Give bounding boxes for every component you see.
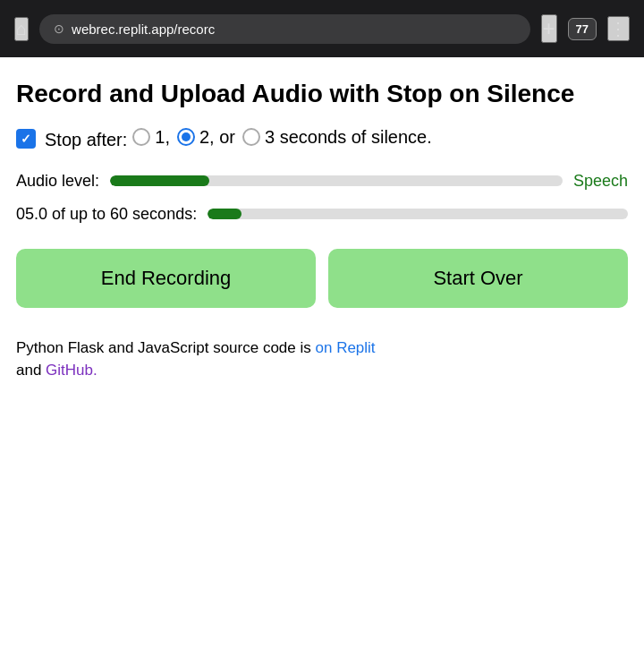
replit-link[interactable]: on Replit [316, 339, 376, 356]
footer-text-before: Python Flask and JavaScript source code … [16, 339, 316, 356]
address-bar[interactable]: ⊙ webrec.replit.app/recorc [39, 14, 530, 44]
radio-3-text: 3 seconds of silence. [265, 127, 432, 148]
radio-1-label[interactable]: 1, [132, 127, 170, 148]
tabs-count-button[interactable]: 77 [568, 18, 597, 40]
audio-level-label: Audio level: [16, 172, 99, 191]
radio-2-button[interactable] [177, 128, 195, 146]
stop-after-checkbox[interactable] [16, 129, 36, 149]
progress-bar [208, 209, 628, 219]
page-title: Record and Upload Audio with Stop on Sil… [16, 79, 628, 109]
audio-status-label: Speech [573, 172, 628, 191]
start-over-button[interactable]: Start Over [328, 249, 628, 308]
radio-1-button[interactable] [132, 128, 150, 146]
new-tab-button[interactable]: + [541, 14, 557, 43]
audio-level-fill [110, 175, 209, 186]
browser-chrome: ⌂ ⊙ webrec.replit.app/recorc + 77 ⋮ [0, 0, 644, 57]
radio-2-inner [182, 132, 191, 141]
browser-menu-button[interactable]: ⋮ [607, 16, 630, 41]
stop-after-checkbox-wrapper [16, 129, 36, 149]
footer-text: Python Flask and JavaScript source code … [16, 337, 628, 382]
progress-label: 05.0 of up to 60 seconds: [16, 205, 197, 224]
radio-2-text: 2, or [199, 127, 235, 148]
security-icon: ⊙ [54, 21, 64, 36]
stop-after-label: Stop after: [45, 127, 127, 152]
radio-3-button[interactable] [242, 128, 260, 146]
radio-3-label[interactable]: 3 seconds of silence. [242, 127, 432, 148]
end-recording-button[interactable]: End Recording [16, 249, 316, 308]
github-link[interactable]: GitHub. [46, 362, 97, 379]
home-button[interactable]: ⌂ [14, 17, 29, 41]
url-text: webrec.replit.app/recorc [72, 21, 215, 37]
radio-1-text: 1, [155, 127, 170, 148]
progress-row: 05.0 of up to 60 seconds: [16, 205, 628, 224]
audio-level-bar [110, 175, 563, 186]
radio-2-label[interactable]: 2, or [177, 127, 235, 148]
progress-bar-fill [208, 209, 242, 219]
audio-level-row: Audio level: Speech [16, 172, 628, 191]
stop-after-row: Stop after: 1, 2, or 3 seconds of [16, 127, 628, 152]
buttons-row: End Recording Start Over [16, 249, 628, 308]
footer-text-and: and [16, 362, 46, 379]
page-content: Record and Upload Audio with Stop on Sil… [0, 57, 644, 665]
